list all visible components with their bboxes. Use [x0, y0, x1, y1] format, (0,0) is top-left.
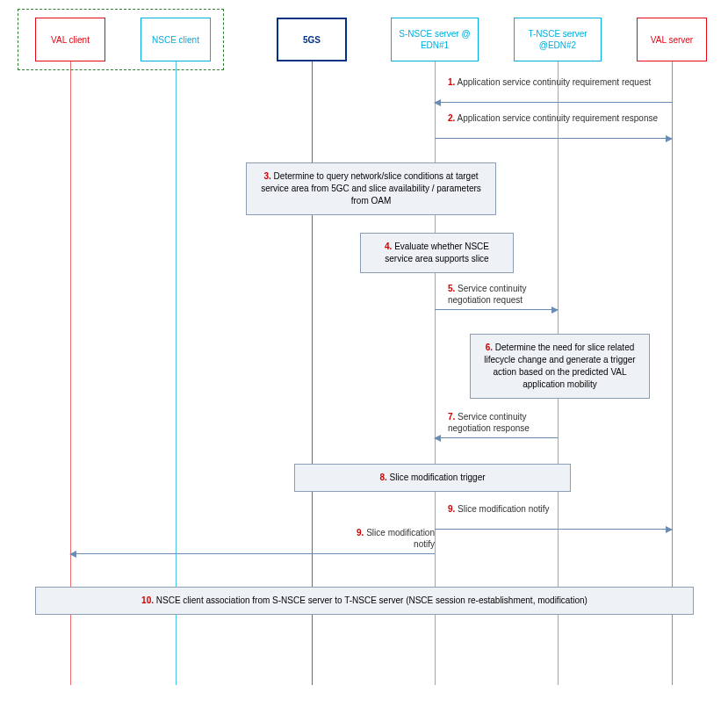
participant-val-client: VAL client — [35, 18, 105, 61]
msg7-arrow — [435, 437, 558, 438]
msg9a-arrow — [435, 529, 672, 530]
participant-5gs: 5GS — [277, 18, 347, 61]
note3-box: 3. Determine to query network/slice cond… — [246, 162, 496, 215]
msg5-label: 5. Service continuity negotiation reques… — [448, 283, 566, 306]
msg9a-label: 9. Slice modification notify — [448, 503, 575, 515]
participant-label: T-NSCE server @EDN#2 — [515, 28, 601, 51]
msg2-arrow — [435, 138, 672, 139]
note6-box: 6. Determine the need for slice related … — [470, 334, 650, 399]
participant-label: S-NSCE server @ EDN#1 — [392, 28, 478, 51]
note8-box: 8. Slice modification trigger — [294, 464, 571, 492]
note4-box: 4. Evaluate whether NSCE service area su… — [360, 233, 514, 273]
participant-label: NSCE client — [152, 34, 199, 46]
participant-label: 5GS — [303, 34, 321, 46]
participant-nsce-client: NSCE client — [141, 18, 211, 61]
msg9b-arrow — [70, 553, 435, 554]
participant-label: VAL server — [651, 34, 693, 46]
msg1-label: 1. Application service continuity requir… — [448, 76, 703, 88]
participant-t-nsce-server: T-NSCE server @EDN#2 — [514, 18, 602, 61]
msg2-label: 2. Application service continuity requir… — [448, 112, 703, 124]
msg7-label: 7. Service continuity negotiation respon… — [448, 411, 566, 434]
msg5-arrow — [435, 309, 558, 310]
msg1-arrow — [435, 102, 672, 103]
participant-s-nsce-server: S-NSCE server @ EDN#1 — [391, 18, 479, 61]
participant-val-server: VAL server — [637, 18, 707, 61]
participant-label: VAL client — [51, 34, 90, 46]
msg9b-label: 9. Slice modification notify — [334, 527, 435, 550]
note10-box: 10. NSCE client association from S-NSCE … — [35, 587, 694, 615]
